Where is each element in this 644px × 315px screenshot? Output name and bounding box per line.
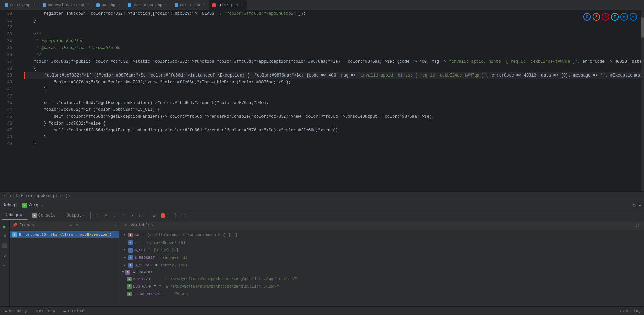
chrome-icon[interactable]: C xyxy=(583,13,591,21)
var-expand-btn[interactable]: ▶ xyxy=(122,247,127,253)
bottom-btn-todo[interactable]: ☑ 6: TODO xyxy=(34,309,57,313)
tab-error[interactable]: Error.php× xyxy=(209,0,247,10)
edge2-icon[interactable]: e xyxy=(630,13,637,21)
var-type-icon-arr: ≡ xyxy=(128,255,133,260)
ie-icon[interactable]: I xyxy=(611,13,619,21)
frames-arrows: ▲ ▼ xyxy=(68,223,80,228)
tab-icon-token xyxy=(175,3,178,7)
debug-left-icons: ▶ ⏸ ⬛ ↺ ✏ xyxy=(0,221,10,306)
step-into-btn[interactable]: ↓ xyxy=(110,211,119,220)
tab-console[interactable]: ▶ Console xyxy=(29,212,59,219)
var-item-$_GET[interactable]: ▶≡$_GET={array} [1] xyxy=(119,246,644,254)
frames-expand-btn[interactable]: → xyxy=(114,223,116,228)
bottom-label-todo: 6: TODO xyxy=(39,309,55,313)
variables-header-left: + Variables xyxy=(122,222,153,229)
show-frames-btn[interactable]: ≡ xyxy=(93,211,101,220)
frame-item-error39[interactable]: ▶Error.php:39, think\Error::appException… xyxy=(10,231,119,238)
tab-close-route[interactable]: × xyxy=(33,3,35,7)
debug-session[interactable]: Z Zerg ✕ xyxy=(20,202,45,208)
var-value: {array} [1] xyxy=(163,255,188,261)
step-out-btn[interactable]: ↑ xyxy=(119,211,128,220)
editor-area: CFOIee 303132333435363738394041424344454… xyxy=(0,10,644,191)
restore-layout-btn[interactable]: ⋮ xyxy=(172,211,180,220)
tab-usertoken[interactable]: UserToken.php× xyxy=(124,0,171,10)
breadcrumb-item-0[interactable]: \think xyxy=(3,194,18,198)
var-expand-btn[interactable]: ▶ xyxy=(122,232,127,238)
toolbar-separator-1 xyxy=(90,212,91,219)
step-over-btn[interactable]: ↷ xyxy=(102,211,110,220)
event-log-btn[interactable]: Event Log xyxy=(620,309,641,313)
var-value: = "E:\studySoftware\xampp\htdocs\zerg\pu… xyxy=(159,276,297,282)
line-number-34: 34 xyxy=(0,38,12,45)
edit-config-btn[interactable]: ✏ xyxy=(1,261,9,269)
bottom-icon-terminal: ▬ xyxy=(63,309,66,313)
tab-debugger[interactable]: Debugger xyxy=(1,211,28,220)
frames-up-btn[interactable]: ▲ xyxy=(68,223,74,228)
var-expand-icon: ▼ xyxy=(122,270,124,274)
add-watch-btn[interactable]: + xyxy=(122,222,129,229)
var-item-APP_PATH[interactable]: CAPP_PATH== "E:\studySoftware\xampp\htdo… xyxy=(119,275,644,283)
debug-minimize-btn[interactable]: – xyxy=(639,202,641,208)
breadcrumb-item-2[interactable]: appException() xyxy=(36,194,70,198)
var-name-span: THINK_VERSION xyxy=(133,291,163,297)
tab-close-basevalidate[interactable]: × xyxy=(87,3,89,7)
debug-settings-btn[interactable]: ⚙ xyxy=(633,202,635,208)
tab-basevalidate[interactable]: BaseValidate.php× xyxy=(39,0,93,10)
tab-token[interactable]: Token.php× xyxy=(171,0,209,10)
pause-debug-btn[interactable]: ⏸ xyxy=(1,232,9,240)
firefox-icon[interactable]: F xyxy=(593,13,600,21)
bottom-icon-debug: ▶ xyxy=(5,309,8,313)
mute-breakpoints-btn[interactable]: ⬤ xyxy=(159,211,167,220)
settings-toolbar-btn[interactable]: ≡ xyxy=(180,211,189,220)
code-line-32 xyxy=(24,24,641,31)
rerun-debug-btn[interactable]: ↺ xyxy=(1,252,9,259)
bottom-btn-debug[interactable]: ▶ 5: Debug xyxy=(3,309,28,313)
var-eq: = xyxy=(157,255,160,261)
code-line-48: } xyxy=(24,134,641,141)
code-line-37: "color:#cc7832;">public "color:#cc7832;"… xyxy=(24,58,641,65)
view-breakpoints-btn[interactable]: ⊞ xyxy=(150,211,158,220)
var-eq: = xyxy=(149,247,151,253)
variables-panel: + Variables ⇄ ▶{$e={app\lib\exception\We… xyxy=(119,221,644,306)
tab-output[interactable]: → Output ✦ xyxy=(60,212,88,219)
var-expand-btn[interactable]: ▶ xyxy=(122,255,127,261)
var-group-Constants[interactable]: ▼GConstants xyxy=(119,269,644,275)
edge-icon[interactable]: e xyxy=(620,13,628,21)
run-to-cursor-btn[interactable]: ↗ xyxy=(128,211,137,220)
code-line-43: self::"color:#ffc66d;">getExceptionHandl… xyxy=(24,100,641,106)
var-item-$_SERVER[interactable]: ▶≡$_SERVER={array} [58] xyxy=(119,261,644,269)
tab-close-usertoken[interactable]: × xyxy=(165,3,167,7)
var-item-$_REQUEST[interactable]: ▶≡$_REQUEST={array} [1] xyxy=(119,254,644,261)
vertical-scrollbar[interactable] xyxy=(641,10,644,191)
line-number-46: 46 xyxy=(0,120,12,127)
opera-icon[interactable]: O xyxy=(602,13,609,21)
stop-debug-btn[interactable]: ⬛ xyxy=(1,242,9,249)
var-expand-btn[interactable]: ▶ xyxy=(122,262,127,268)
tab-close-wx[interactable]: × xyxy=(118,3,120,7)
tab-close-token[interactable]: × xyxy=(203,3,205,7)
tab-close-error[interactable]: × xyxy=(241,3,243,7)
play-debug-btn[interactable]: ▶ xyxy=(1,223,9,230)
tab-icon-route xyxy=(5,3,8,7)
evaluate-btn[interactable]: ▷‥ xyxy=(137,211,145,220)
tab-wx[interactable]: wx.php× xyxy=(93,0,124,10)
var-item-LOG_PATH[interactable]: CLOG_PATH== "E:\studySoftware\xampp\htdo… xyxy=(119,283,644,290)
line-number-37: 37 xyxy=(0,58,12,65)
code-line-46: } "color:#cc7832;">else { xyxy=(24,120,641,127)
var-item-::[interactable]: ≡::={think\Error} [0] xyxy=(119,239,644,246)
breadcrumb-item-1[interactable]: Error xyxy=(21,194,33,198)
var-expand-btn xyxy=(122,240,127,246)
debug-session-name: Zerg xyxy=(28,203,38,208)
line-number-38: 38 xyxy=(0,65,12,72)
line-number-41: 41 xyxy=(0,86,12,93)
debug-session-close[interactable]: ✕ xyxy=(41,203,44,207)
variables-expand-btn[interactable]: ⇄ xyxy=(634,222,641,229)
code-line-41: } xyxy=(24,86,641,93)
console-tab-label: Console xyxy=(38,213,56,218)
var-item-THINK_VERSION[interactable]: CTHINK_VERSION== "5.0.7" xyxy=(119,290,644,298)
tab-route[interactable]: route.php× xyxy=(1,0,39,10)
var-item-$e[interactable]: ▶{$e={app\lib\exception\WeChatException}… xyxy=(119,231,644,239)
bottom-btn-terminal[interactable]: ▬ Terminal xyxy=(62,309,87,313)
frames-down-btn[interactable]: ▼ xyxy=(74,223,80,228)
variables-list: ▶{$e={app\lib\exception\WeChatException}… xyxy=(119,230,644,306)
